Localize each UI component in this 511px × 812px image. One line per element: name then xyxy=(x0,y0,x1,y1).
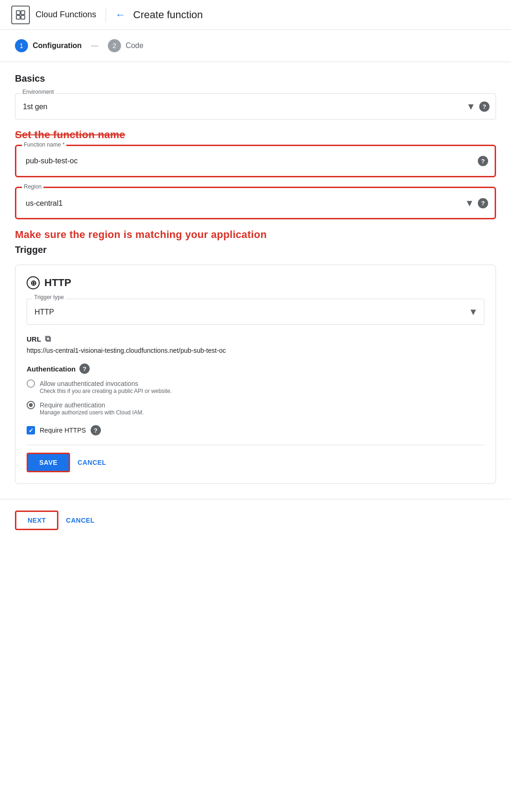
svg-rect-2 xyxy=(16,15,20,19)
https-checkbox[interactable]: ✓ xyxy=(27,426,35,434)
main-content: Basics Environment 1st gen 2nd gen ▼ ? S… xyxy=(0,62,511,495)
environment-label: Environment xyxy=(21,89,56,95)
trigger-actions: SAVE CANCEL xyxy=(27,445,484,472)
step-1[interactable]: 1 Configuration xyxy=(15,39,82,52)
app-name: Cloud Functions xyxy=(35,10,96,20)
https-checkbox-row: ✓ Require HTTPS ? xyxy=(27,425,484,435)
step-dash: — xyxy=(91,42,99,50)
auth-option1-row[interactable]: Allow unauthenticated invocations xyxy=(27,379,484,388)
auth-option1-sub: Check this if you are creating a public … xyxy=(40,388,484,394)
auth-option2-row[interactable]: Require authentication xyxy=(27,401,484,409)
https-label: Require HTTPS xyxy=(40,427,86,434)
environment-icons: ▼ ? xyxy=(466,101,490,112)
copy-icon[interactable]: ⧉ xyxy=(45,334,51,344)
steps-bar: 1 Configuration — 2 Code xyxy=(0,30,511,62)
function-name-field: Function name * ? xyxy=(15,145,496,177)
region-icons: ▼ ? xyxy=(465,198,488,209)
trigger-dropdown-arrow: ▼ xyxy=(468,307,478,317)
bottom-cancel-button[interactable]: CANCEL xyxy=(66,517,94,524)
annotation-function-name: Set the function name xyxy=(15,129,496,141)
auth-label-row: Authentication ? xyxy=(27,364,484,374)
function-name-label: Function name * xyxy=(22,141,66,148)
auth-option-unauthenticated: Allow unauthenticated invocations Check … xyxy=(27,379,484,394)
function-name-help-icon[interactable]: ? xyxy=(478,156,488,166)
region-label: Region xyxy=(22,183,43,190)
annotation-region: Make sure the region is matching your ap… xyxy=(15,229,496,241)
http-globe-icon: ⊕ xyxy=(27,276,40,289)
bottom-actions: NEXT CANCEL xyxy=(0,499,511,541)
svg-rect-0 xyxy=(16,11,20,14)
auth-help-icon[interactable]: ? xyxy=(79,364,90,374)
step1-label: Configuration xyxy=(33,42,82,50)
environment-select[interactable]: 1st gen 2nd gen xyxy=(15,93,496,119)
step-2[interactable]: 2 Code xyxy=(108,39,143,52)
svg-rect-3 xyxy=(21,15,25,19)
trigger-box: ⊕ HTTP Trigger type HTTP Cloud Pub/Sub C… xyxy=(15,265,496,484)
auth-label: Authentication xyxy=(27,365,76,373)
step2-circle: 2 xyxy=(108,39,121,52)
trigger-type-field: Trigger type HTTP Cloud Pub/Sub Cloud St… xyxy=(27,299,484,325)
trigger-cancel-button[interactable]: CANCEL xyxy=(78,459,106,466)
url-value: https://us-central1-visionai-testing.clo… xyxy=(27,347,484,354)
url-section: URL ⧉ https://us-central1-visionai-testi… xyxy=(27,334,484,354)
function-name-icons: ? xyxy=(478,156,488,166)
header-divider xyxy=(106,7,106,22)
logo-icon xyxy=(11,6,30,24)
region-help-icon[interactable]: ? xyxy=(478,198,488,208)
save-button[interactable]: SAVE xyxy=(27,453,70,472)
url-label: URL xyxy=(27,335,41,343)
header: Cloud Functions ← Create function xyxy=(0,0,511,30)
trigger-type-select[interactable]: HTTP Cloud Pub/Sub Cloud Storage xyxy=(27,299,484,325)
auth-radio-unauthenticated[interactable] xyxy=(27,379,35,388)
trigger-type-label: Trigger type xyxy=(32,294,66,301)
svg-rect-1 xyxy=(21,11,25,14)
header-back-section: ← Create function xyxy=(115,9,203,21)
next-button[interactable]: NEXT xyxy=(15,511,58,530)
environment-help-icon[interactable]: ? xyxy=(479,101,490,112)
trigger-type-icons: ▼ xyxy=(468,307,478,317)
https-check-icon: ✓ xyxy=(28,427,34,434)
environment-dropdown-arrow: ▼ xyxy=(466,101,476,112)
auth-section: Authentication ? Allow unauthenticated i… xyxy=(27,364,484,416)
step1-circle: 1 xyxy=(15,39,28,52)
trigger-title: Trigger xyxy=(15,245,496,255)
url-label-row: URL ⧉ xyxy=(27,334,484,344)
step2-label: Code xyxy=(126,42,143,50)
region-select[interactable]: us-central1 us-east1 europe-west1 xyxy=(18,190,493,216)
app-logo: Cloud Functions xyxy=(11,6,96,24)
basics-title: Basics xyxy=(15,73,496,84)
trigger-http-header: ⊕ HTTP xyxy=(27,276,484,289)
https-help-icon[interactable]: ? xyxy=(91,425,101,435)
http-label: HTTP xyxy=(44,277,71,289)
auth-option2-sub: Manage authorized users with Cloud IAM. xyxy=(40,409,484,416)
region-field: Region us-central1 us-east1 europe-west1… xyxy=(15,187,496,219)
auth-option-require: Require authentication Manage authorized… xyxy=(27,401,484,416)
auth-radio-require[interactable] xyxy=(27,401,35,409)
back-button[interactable]: ← xyxy=(115,9,126,21)
function-name-input[interactable] xyxy=(18,148,493,174)
page-title: Create function xyxy=(133,9,203,21)
auth-option1-label: Allow unauthenticated invocations xyxy=(40,380,138,387)
auth-option2-label: Require authentication xyxy=(40,401,105,409)
environment-field: Environment 1st gen 2nd gen ▼ ? xyxy=(15,93,496,119)
region-dropdown-arrow: ▼ xyxy=(465,198,474,209)
